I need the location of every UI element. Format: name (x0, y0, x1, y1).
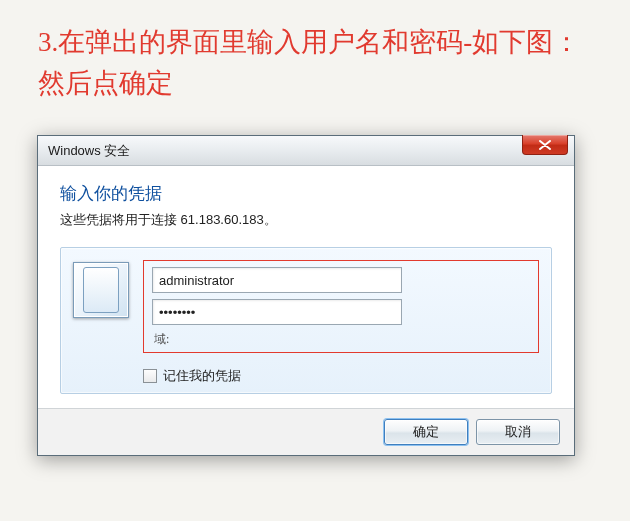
credentials-heading: 输入你的凭据 (60, 182, 552, 205)
remember-checkbox[interactable] (143, 369, 157, 383)
dialog-footer: 确定 取消 (38, 408, 574, 455)
user-avatar-icon (73, 262, 129, 318)
dialog-body: 输入你的凭据 这些凭据将用于连接 61.183.60.183。 域: 记住我的凭… (38, 166, 574, 408)
close-icon (539, 140, 551, 150)
credentials-dialog: Windows 安全 输入你的凭据 这些凭据将用于连接 61.183.60.18… (37, 135, 575, 456)
close-button[interactable] (522, 135, 568, 155)
remember-row: 记住我的凭据 (143, 367, 539, 385)
instruction-text: 3.在弹出的界面里输入用户名和密码-如下图：然后点确定 (38, 22, 590, 103)
cancel-button[interactable]: 取消 (476, 419, 560, 445)
fields-highlight-box: 域: (143, 260, 539, 353)
credentials-panel: 域: 记住我的凭据 (60, 247, 552, 394)
username-field[interactable] (152, 267, 402, 293)
domain-label: 域: (154, 331, 530, 348)
credentials-subtext: 这些凭据将用于连接 61.183.60.183。 (60, 211, 552, 229)
titlebar: Windows 安全 (38, 136, 574, 166)
password-field[interactable] (152, 299, 402, 325)
remember-label: 记住我的凭据 (163, 367, 241, 385)
dialog-title: Windows 安全 (48, 142, 130, 160)
ok-button[interactable]: 确定 (384, 419, 468, 445)
